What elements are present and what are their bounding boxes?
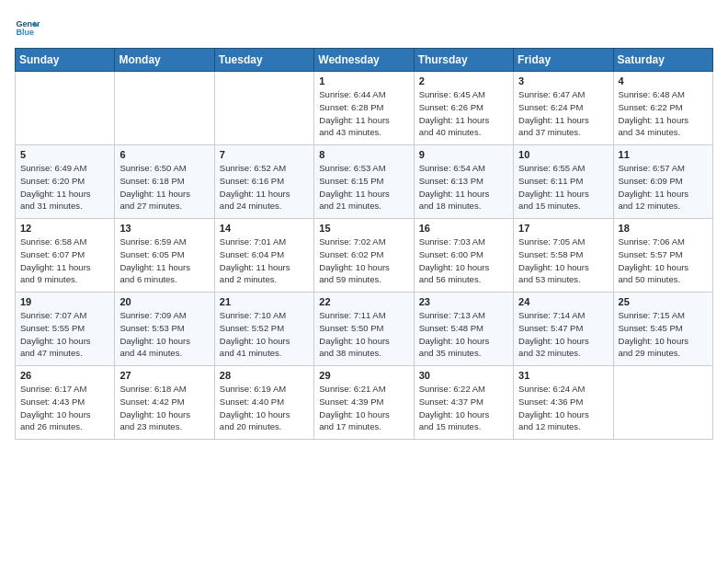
day-info: Sunrise: 6:59 AMSunset: 6:05 PMDaylight:… [119, 236, 209, 286]
day-number: 22 [319, 296, 408, 307]
day-info: Sunrise: 7:09 AMSunset: 5:53 PMDaylight:… [119, 309, 209, 360]
calendar-table: SundayMondayTuesdayWednesdayThursdayFrid… [15, 48, 713, 440]
day-number: 24 [518, 296, 608, 307]
day-info: Sunrise: 6:57 AMSunset: 6:09 PMDaylight:… [619, 162, 708, 213]
calendar-cell [16, 72, 115, 145]
calendar-cell: 3Sunrise: 6:47 AMSunset: 6:24 PMDaylight… [514, 72, 613, 145]
weekday-header-friday: Friday [514, 49, 613, 72]
svg-text:General: General [16, 19, 40, 29]
day-number: 19 [20, 296, 109, 307]
day-info: Sunrise: 6:48 AMSunset: 6:22 PMDaylight:… [619, 88, 708, 139]
day-number: 18 [619, 223, 708, 234]
calendar-cell: 31Sunrise: 6:24 AMSunset: 4:36 PMDayligh… [514, 366, 613, 440]
week-row-1: 1Sunrise: 6:44 AMSunset: 6:28 PMDaylight… [16, 72, 713, 145]
day-number: 30 [419, 370, 508, 381]
day-info: Sunrise: 6:54 AMSunset: 6:13 PMDaylight:… [419, 162, 508, 213]
calendar-cell: 11Sunrise: 6:57 AMSunset: 6:09 PMDayligh… [613, 145, 712, 219]
day-number: 5 [20, 149, 109, 160]
weekday-header-monday: Monday [115, 49, 214, 72]
day-info: Sunrise: 7:10 AMSunset: 5:52 PMDaylight:… [220, 309, 309, 360]
calendar-cell: 2Sunrise: 6:45 AMSunset: 6:26 PMDaylight… [414, 72, 513, 145]
calendar-cell: 14Sunrise: 7:01 AMSunset: 6:04 PMDayligh… [214, 219, 313, 293]
calendar-cell: 1Sunrise: 6:44 AMSunset: 6:28 PMDaylight… [314, 72, 414, 145]
calendar-cell: 16Sunrise: 7:03 AMSunset: 6:00 PMDayligh… [414, 219, 513, 293]
page-container: General Blue SundayMondayTuesdayWednesda… [15, 15, 713, 440]
day-info: Sunrise: 6:44 AMSunset: 6:28 PMDaylight:… [319, 88, 408, 139]
day-number: 2 [419, 75, 508, 86]
calendar-cell: 29Sunrise: 6:21 AMSunset: 4:39 PMDayligh… [314, 366, 414, 440]
calendar-cell: 20Sunrise: 7:09 AMSunset: 5:53 PMDayligh… [115, 293, 214, 366]
day-info: Sunrise: 6:19 AMSunset: 4:40 PMDaylight:… [220, 383, 309, 433]
calendar-cell: 24Sunrise: 7:14 AMSunset: 5:47 PMDayligh… [514, 293, 613, 366]
day-info: Sunrise: 6:53 AMSunset: 6:15 PMDaylight:… [319, 162, 408, 213]
calendar-cell: 19Sunrise: 7:07 AMSunset: 5:55 PMDayligh… [16, 293, 115, 366]
day-number: 3 [518, 75, 608, 86]
day-info: Sunrise: 6:21 AMSunset: 4:39 PMDaylight:… [319, 383, 408, 433]
day-number: 25 [619, 296, 708, 307]
week-row-4: 19Sunrise: 7:07 AMSunset: 5:55 PMDayligh… [16, 293, 713, 366]
calendar-cell [214, 72, 313, 145]
calendar-cell: 13Sunrise: 6:59 AMSunset: 6:05 PMDayligh… [115, 219, 214, 293]
calendar-cell: 21Sunrise: 7:10 AMSunset: 5:52 PMDayligh… [214, 293, 313, 366]
day-info: Sunrise: 7:14 AMSunset: 5:47 PMDaylight:… [518, 309, 608, 360]
day-info: Sunrise: 7:03 AMSunset: 6:00 PMDaylight:… [419, 236, 508, 286]
day-info: Sunrise: 7:15 AMSunset: 5:45 PMDaylight:… [619, 309, 708, 360]
day-number: 23 [419, 296, 508, 307]
day-info: Sunrise: 7:11 AMSunset: 5:50 PMDaylight:… [319, 309, 408, 360]
day-number: 14 [220, 223, 309, 234]
weekday-header-sunday: Sunday [16, 49, 115, 72]
day-number: 8 [319, 149, 408, 160]
day-number: 26 [20, 370, 109, 381]
day-info: Sunrise: 6:58 AMSunset: 6:07 PMDaylight:… [20, 236, 109, 286]
day-info: Sunrise: 6:17 AMSunset: 4:43 PMDaylight:… [20, 383, 109, 433]
day-info: Sunrise: 6:18 AMSunset: 4:42 PMDaylight:… [119, 383, 209, 433]
calendar-cell: 26Sunrise: 6:17 AMSunset: 4:43 PMDayligh… [16, 366, 115, 440]
calendar-cell: 8Sunrise: 6:53 AMSunset: 6:15 PMDaylight… [314, 145, 414, 219]
calendar-cell: 9Sunrise: 6:54 AMSunset: 6:13 PMDaylight… [414, 145, 513, 219]
day-number: 15 [319, 223, 408, 234]
week-row-5: 26Sunrise: 6:17 AMSunset: 4:43 PMDayligh… [16, 366, 713, 440]
calendar-cell: 4Sunrise: 6:48 AMSunset: 6:22 PMDaylight… [613, 72, 712, 145]
day-info: Sunrise: 7:01 AMSunset: 6:04 PMDaylight:… [220, 236, 309, 286]
calendar-cell: 23Sunrise: 7:13 AMSunset: 5:48 PMDayligh… [414, 293, 513, 366]
weekday-header-thursday: Thursday [414, 49, 513, 72]
day-number: 4 [619, 75, 708, 86]
day-number: 17 [518, 223, 608, 234]
day-number: 11 [619, 149, 708, 160]
day-number: 31 [518, 370, 608, 381]
calendar-cell: 27Sunrise: 6:18 AMSunset: 4:42 PMDayligh… [115, 366, 214, 440]
day-info: Sunrise: 6:24 AMSunset: 4:36 PMDaylight:… [518, 383, 608, 433]
day-number: 12 [20, 223, 109, 234]
day-info: Sunrise: 7:13 AMSunset: 5:48 PMDaylight:… [419, 309, 508, 360]
calendar-cell: 17Sunrise: 7:05 AMSunset: 5:58 PMDayligh… [514, 219, 613, 293]
day-info: Sunrise: 6:47 AMSunset: 6:24 PMDaylight:… [518, 88, 608, 139]
calendar-cell: 10Sunrise: 6:55 AMSunset: 6:11 PMDayligh… [514, 145, 613, 219]
day-number: 28 [220, 370, 309, 381]
day-number: 20 [119, 296, 209, 307]
calendar-cell: 18Sunrise: 7:06 AMSunset: 5:57 PMDayligh… [613, 219, 712, 293]
day-number: 7 [220, 149, 309, 160]
week-row-2: 5Sunrise: 6:49 AMSunset: 6:20 PMDaylight… [16, 145, 713, 219]
calendar-cell: 22Sunrise: 7:11 AMSunset: 5:50 PMDayligh… [314, 293, 414, 366]
calendar-cell [115, 72, 214, 145]
day-info: Sunrise: 6:50 AMSunset: 6:18 PMDaylight:… [119, 162, 209, 213]
svg-text:Blue: Blue [16, 28, 34, 37]
day-info: Sunrise: 6:22 AMSunset: 4:37 PMDaylight:… [419, 383, 508, 433]
weekday-header-wednesday: Wednesday [314, 49, 414, 72]
day-info: Sunrise: 7:07 AMSunset: 5:55 PMDaylight:… [20, 309, 109, 360]
day-info: Sunrise: 6:49 AMSunset: 6:20 PMDaylight:… [20, 162, 109, 213]
day-number: 1 [319, 75, 408, 86]
day-number: 13 [119, 223, 209, 234]
logo: General Blue [15, 15, 44, 40]
day-number: 21 [220, 296, 309, 307]
calendar-cell: 7Sunrise: 6:52 AMSunset: 6:16 PMDaylight… [214, 145, 313, 219]
day-number: 9 [419, 149, 508, 160]
logo-icon: General Blue [15, 15, 40, 40]
day-number: 6 [119, 149, 209, 160]
calendar-cell: 30Sunrise: 6:22 AMSunset: 4:37 PMDayligh… [414, 366, 513, 440]
week-row-3: 12Sunrise: 6:58 AMSunset: 6:07 PMDayligh… [16, 219, 713, 293]
day-number: 16 [419, 223, 508, 234]
calendar-cell: 28Sunrise: 6:19 AMSunset: 4:40 PMDayligh… [214, 366, 313, 440]
day-info: Sunrise: 6:52 AMSunset: 6:16 PMDaylight:… [220, 162, 309, 213]
day-info: Sunrise: 7:02 AMSunset: 6:02 PMDaylight:… [319, 236, 408, 286]
